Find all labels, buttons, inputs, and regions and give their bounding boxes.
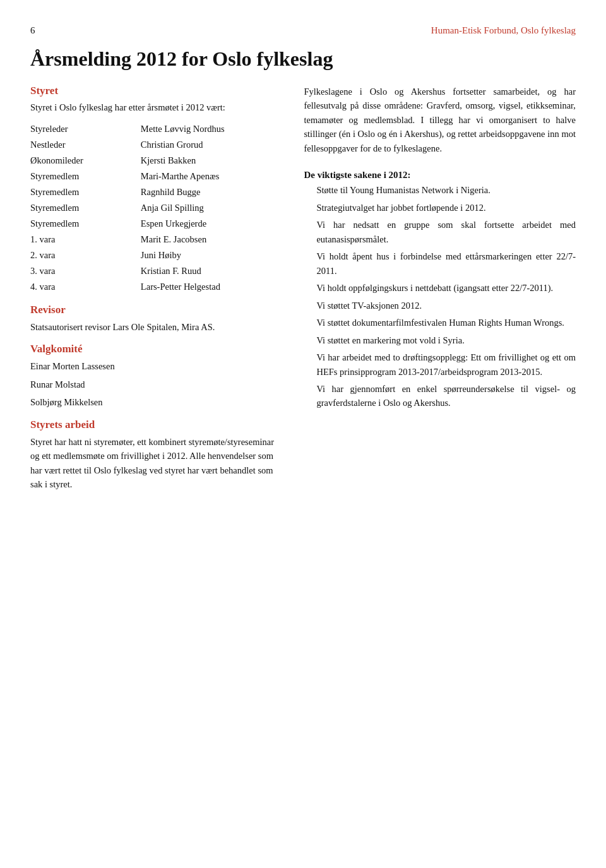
list-item: Solbjørg Mikkelsen	[30, 395, 281, 409]
list-item: Strategiutvalget har jobbet fortløpende …	[304, 201, 576, 215]
list-item: Vi holdt oppfølgingskurs i nettdebatt (i…	[304, 281, 576, 295]
table-row: StyremedlemEspen Urkegjerde	[30, 216, 281, 232]
right-paragraph1: Fylkeslagene i Oslo og Akershus fortsett…	[304, 85, 576, 155]
board-role: Styreleder	[30, 121, 141, 137]
table-row: 2. varaJuni Høiby	[30, 247, 281, 263]
viktigste-heading: De viktigste sakene i 2012:	[304, 170, 576, 181]
board-role: Styremedlem	[30, 216, 141, 232]
list-item: Vi støttet dokumentarfilmfestivalen Huma…	[304, 316, 576, 330]
styret-intro: Styret i Oslo fylkeslag har etter årsmøt…	[30, 101, 281, 115]
board-name: Mari-Marthe Apenæs	[141, 169, 282, 184]
header-title: Human-Etisk Forbund, Oslo fylkeslag	[431, 25, 576, 36]
revisor-text: Statsautorisert revisor Lars Ole Spitale…	[30, 320, 281, 334]
viktigste-list: Støtte til Young Humanistas Network i Ni…	[304, 183, 576, 410]
board-name: Mette Løvvig Nordhus	[141, 121, 282, 137]
board-name: Kjersti Bakken	[141, 153, 282, 169]
board-role: 3. vara	[30, 263, 141, 279]
board-name: Marit E. Jacobsen	[141, 232, 282, 247]
list-item: Vi støttet TV-aksjonen 2012.	[304, 299, 576, 312]
table-row: StyrelederMette Løvvig Nordhus	[30, 121, 281, 137]
table-row: StyremedlemAnja Gil Spilling	[30, 200, 281, 216]
list-item: Runar Molstad	[30, 378, 281, 391]
list-item: Vi har arbeidet med to drøftingsopplegg:…	[304, 350, 576, 379]
table-row: NestlederChristian Grorud	[30, 137, 281, 153]
board-table: StyrelederMette Løvvig NordhusNestlederC…	[30, 121, 281, 295]
styrets-arbeid-heading: Styrets arbeid	[30, 419, 281, 431]
list-item: Einar Morten Lassesen	[30, 359, 281, 373]
board-role: Økonomileder	[30, 153, 141, 169]
styrets-arbeid-text: Styret har hatt ni styremøter, ett kombi…	[30, 435, 281, 492]
board-role: Styremedlem	[30, 184, 141, 200]
board-name: Anja Gil Spilling	[141, 200, 282, 216]
board-name: Christian Grorud	[141, 137, 282, 153]
list-item: Støtte til Young Humanistas Network i Ni…	[304, 183, 576, 197]
valgkomite-list: Einar Morten LassesenRunar MolstadSolbjø…	[30, 359, 281, 409]
board-role: 1. vara	[30, 232, 141, 247]
revisor-heading: Revisor	[30, 304, 281, 316]
board-role: Nestleder	[30, 137, 141, 153]
board-name: Espen Urkegjerde	[141, 216, 282, 232]
list-item: Vi holdt åpent hus i forbindelse med ett…	[304, 249, 576, 278]
styret-heading: Styret	[30, 85, 281, 97]
board-role: Styremedlem	[30, 200, 141, 216]
board-name: Ragnhild Bugge	[141, 184, 282, 200]
board-role: 2. vara	[30, 247, 141, 263]
board-name: Kristian F. Ruud	[141, 263, 282, 279]
board-role: 4. vara	[30, 279, 141, 295]
table-row: StyremedlemRagnhild Bugge	[30, 184, 281, 200]
list-item: Vi har gjennomført en enkel spørreunders…	[304, 382, 576, 410]
table-row: StyremedlemMari-Marthe Apenæs	[30, 169, 281, 184]
table-row: 1. varaMarit E. Jacobsen	[30, 232, 281, 247]
main-title: Årsmelding 2012 for Oslo fylkeslag	[30, 47, 576, 71]
valgkomite-heading: Valgkomité	[30, 343, 281, 355]
board-name: Juni Høiby	[141, 247, 282, 263]
list-item: Vi har nedsatt en gruppe som skal fortse…	[304, 218, 576, 246]
page-number: 6	[30, 25, 35, 36]
table-row: 3. varaKristian F. Ruud	[30, 263, 281, 279]
table-row: ØkonomilederKjersti Bakken	[30, 153, 281, 169]
list-item: Vi støttet en markering mot vold i Syria…	[304, 333, 576, 347]
table-row: 4. varaLars-Petter Helgestad	[30, 279, 281, 295]
board-role: Styremedlem	[30, 169, 141, 184]
board-name: Lars-Petter Helgestad	[141, 279, 282, 295]
